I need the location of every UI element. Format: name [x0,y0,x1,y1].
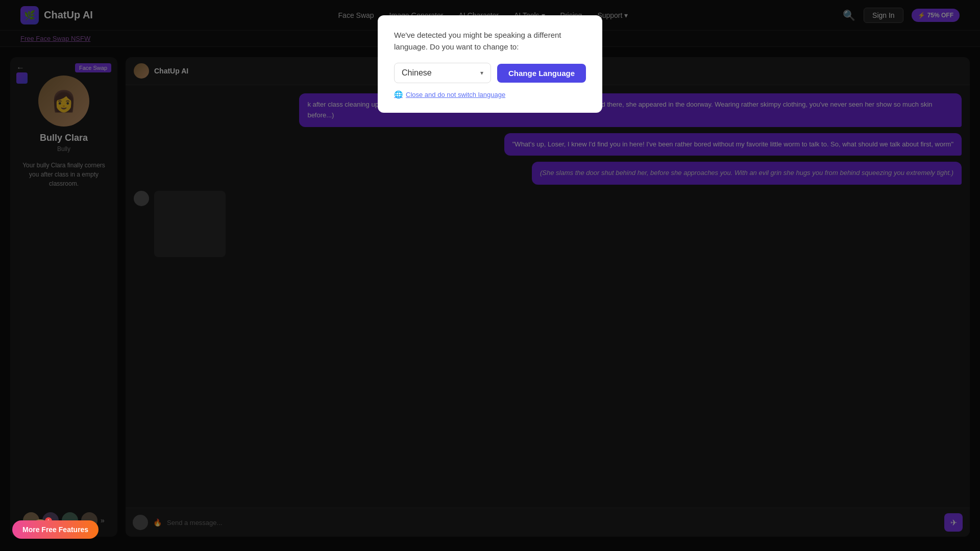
more-features-button[interactable]: More Free Features [12,520,99,539]
change-language-button[interactable]: Change Language [497,64,586,83]
chevron-down-icon: ▾ [480,69,483,77]
close-language-link[interactable]: 🌐 Close and do not switch language [394,90,586,98]
language-select-wrapper[interactable]: Chinese ▾ [394,63,491,83]
modal-message: We've detected you might be speaking a d… [394,30,586,53]
close-language-text: Close and do not switch language [406,91,505,98]
language-selector-row: Chinese ▾ Change Language [394,63,586,83]
more-features-container: 1 More Free Features [31,519,54,539]
globe-icon: 🌐 [394,90,403,98]
language-modal: We've detected you might be speaking a d… [378,15,602,113]
selected-language-label: Chinese [402,68,432,78]
modal-overlay: We've detected you might be speaking a d… [0,0,980,551]
language-select[interactable]: Chinese ▾ [394,63,491,83]
